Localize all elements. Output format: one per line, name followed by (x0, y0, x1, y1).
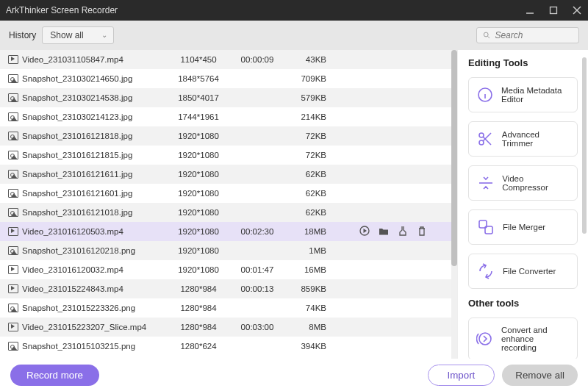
record-more-button[interactable]: Record more (10, 365, 99, 386)
tool-trimmer[interactable]: Advanced Trimmer (468, 121, 578, 157)
file-size: 859KB (284, 284, 329, 293)
file-dimensions: 1280*984 (166, 284, 231, 293)
row-actions (329, 226, 457, 237)
search-box[interactable] (476, 27, 579, 43)
tool-compress[interactable]: Video Compressor (468, 165, 578, 201)
maximize-button[interactable] (548, 5, 559, 15)
file-name: Video_231031105847.mp4 (22, 55, 166, 64)
file-size: 43KB (284, 55, 329, 64)
table-row[interactable]: Snapshot_231016121611.jpg 1920*1080 62KB (0, 165, 457, 184)
file-size: 72KB (284, 151, 329, 159)
table-row[interactable]: Snapshot_231030214650.jpg 1848*5764 709K… (0, 69, 457, 88)
tool-icon[interactable] (398, 226, 408, 237)
img-type-icon (4, 170, 22, 179)
sidebar: Editing Tools Media Metadata Editor Adva… (457, 50, 588, 359)
search-input[interactable] (495, 30, 573, 40)
file-dimensions: 1280*984 (166, 323, 231, 331)
file-name: Snapshot_231016121018.jpg (22, 208, 166, 217)
file-duration: 00:00:09 (231, 55, 284, 64)
table-row[interactable]: Snapshot_231030214538.jpg 1850*4017 579K… (0, 88, 457, 107)
file-dimensions: 1920*1080 (166, 132, 231, 140)
tool-metadata[interactable]: Media Metadata Editor (468, 77, 578, 112)
history-filter-dropdown[interactable]: Show all ⌄ (42, 26, 113, 44)
table-row[interactable]: Video_231016120032.mp4 1920*1080 00:01:4… (0, 260, 457, 279)
file-duration: 00:01:47 (231, 265, 284, 274)
svg-line-5 (487, 36, 490, 38)
trash-icon[interactable] (417, 226, 427, 237)
file-dimensions: 1848*5764 (166, 74, 231, 83)
file-duration: 00:03:00 (231, 323, 284, 331)
content-area: Video_231031105847.mp4 1104*450 00:00:09… (0, 50, 588, 359)
folder-icon[interactable] (379, 226, 389, 237)
file-dimensions: 1920*1080 (166, 208, 231, 217)
table-row[interactable]: Snapshot_231015103215.png 1280*624 394KB (0, 337, 457, 356)
table-row[interactable]: Snapshot_231016121818.jpg 1920*1080 72KB (0, 126, 457, 146)
table-row[interactable]: Snapshot_231015223326.png 1280*984 74KB (0, 298, 457, 318)
tool-enhance[interactable]: Convert and enhance recording (468, 318, 578, 359)
convert-icon (476, 262, 495, 281)
file-size: 709KB (284, 74, 329, 83)
tool-label: Advanced Trimmer (502, 130, 570, 148)
window-buttons (525, 5, 582, 15)
file-name: Snapshot_231016120218.png (22, 246, 166, 255)
scroll-thumb[interactable] (451, 50, 457, 266)
table-row[interactable]: Video_231031105847.mp4 1104*450 00:00:09… (0, 50, 457, 69)
img-type-icon (4, 93, 22, 102)
file-size: 394KB (284, 342, 329, 351)
history-label: History (9, 30, 36, 40)
table-row[interactable]: Video_231016120503.mp4 1920*1080 00:02:3… (0, 222, 457, 241)
titlebar: ArkThinker Screen Recorder (0, 0, 588, 21)
table-row[interactable]: Video_231015224843.mp4 1280*984 00:00:13… (0, 279, 457, 298)
sidebar-scrollbar[interactable] (582, 57, 587, 351)
tool-merger[interactable]: File Merger (468, 209, 578, 245)
minimize-button[interactable] (525, 5, 535, 15)
import-button[interactable]: Import (428, 365, 495, 386)
file-dimensions: 1920*1080 (166, 151, 231, 159)
tool-label: Video Compressor (502, 174, 570, 192)
file-size: 62KB (284, 208, 329, 217)
table-row[interactable]: Snapshot_231016120218.png 1920*1080 1MB (0, 241, 457, 260)
file-name: Video_231016120032.mp4 (22, 265, 166, 274)
table-row[interactable]: Snapshot_231016121601.jpg 1920*1080 62KB (0, 184, 457, 203)
file-name: Snapshot_231030214650.jpg (22, 74, 166, 83)
svg-marker-7 (364, 229, 368, 233)
remove-all-button[interactable]: Remove all (502, 365, 578, 386)
tool-label: File Merger (503, 223, 545, 232)
file-name: Snapshot_231016121815.jpg (22, 151, 166, 159)
file-size: 16MB (284, 265, 329, 274)
table-row[interactable]: Snapshot_231016121815.jpg 1920*1080 72KB (0, 146, 457, 165)
file-size: 62KB (284, 170, 329, 179)
file-size: 214KB (284, 112, 329, 121)
app-title: ArkThinker Screen Recorder (6, 5, 525, 15)
search-icon (483, 31, 490, 40)
footer: Record more Import Remove all (0, 359, 588, 391)
file-dimensions: 1920*1080 (166, 265, 231, 274)
list-scrollbar[interactable] (451, 50, 457, 359)
table-row[interactable]: Video_231015223207_Slice.mp4 1280*984 00… (0, 318, 457, 337)
file-name: Snapshot_231016121818.jpg (22, 132, 166, 140)
video-type-icon (4, 227, 22, 236)
table-row[interactable]: Snapshot_231030214123.jpg 1744*1961 214K… (0, 107, 457, 126)
file-name: Snapshot_231016121611.jpg (22, 170, 166, 179)
enhance-icon (476, 329, 494, 348)
file-dimensions: 1920*1080 (166, 246, 231, 255)
file-dimensions: 1104*450 (166, 55, 231, 64)
file-name: Snapshot_231015103215.png (22, 342, 166, 351)
file-dimensions: 1280*984 (166, 304, 231, 312)
table-row[interactable]: Snapshot_231016121018.jpg 1920*1080 62KB (0, 203, 457, 222)
file-name: Video_231016120503.mp4 (22, 227, 166, 236)
toolbar: History Show all ⌄ (0, 21, 588, 50)
close-button[interactable] (572, 5, 582, 15)
video-type-icon (4, 323, 22, 331)
file-size: 8MB (284, 323, 329, 331)
tool-convert[interactable]: File Converter (468, 254, 578, 289)
file-name: Snapshot_231015223326.png (22, 304, 166, 312)
play-icon[interactable] (359, 226, 370, 237)
video-type-icon (4, 284, 22, 293)
sidebar-scroll-thumb[interactable] (582, 57, 587, 234)
file-size: 18MB (284, 227, 329, 236)
svg-point-18 (479, 333, 491, 345)
file-dimensions: 1920*1080 (166, 227, 231, 236)
img-type-icon (4, 189, 22, 198)
img-type-icon (4, 342, 22, 351)
